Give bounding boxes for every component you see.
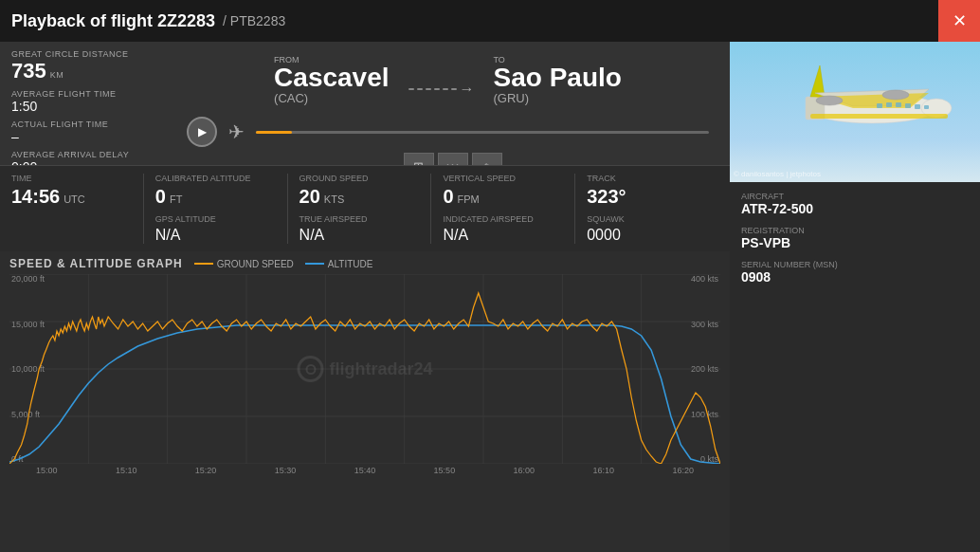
reg-value: PS-VPB [741,235,805,250]
true-as-label: TRUE AIRSPEED [299,214,420,224]
left-panel: GREAT CIRCLE DISTANCE 735 KM AVERAGE FLI… [0,42,730,552]
ground-speed-col: GROUND SPEED 20 KTS TRUE AIRSPEED N/A [288,174,432,244]
aircraft-value: ATR-72-500 [741,201,813,216]
time-value: 14:56 [11,186,60,208]
squawk-value: 0000 [587,227,707,244]
ground-speed-label: GROUND SPEED [299,174,420,183]
page-title: Playback of flight 2Z2283 [11,11,215,31]
avg-flight-label: AVERAGE FLIGHT TIME [11,89,177,99]
msn-col: SERIAL NUMBER (MSN) 0908 [741,260,838,285]
legend-altitude-line [305,263,324,265]
distance-value: 735 [11,59,46,83]
playback-controls: ▶ ✈ [177,117,718,147]
page-subtitle: / PTB2283 [223,13,285,28]
svg-point-20 [816,96,843,105]
indicated-as-label: INDICATED AIRSPEED [443,214,563,224]
registration-row: REGISTRATION PS-VPB [741,226,969,250]
distance-block: GREAT CIRCLE DISTANCE 735 KM [11,49,177,83]
time-col: TIME 14:56 UTC [11,174,144,244]
gps-alt-label: GPS ALTITUDE [155,214,276,224]
vert-speed-unit: FPM [458,193,480,205]
route-arrow: → [399,64,484,98]
x-axis: 15:00 15:10 15:20 15:30 15:40 15:50 16:0… [9,464,720,475]
svg-rect-23 [886,102,892,107]
gps-alt-value: N/A [155,227,276,244]
distance-label: GREAT CIRCLE DISTANCE [11,49,177,59]
actual-flight-label: ACTUAL FLIGHT TIME [11,120,177,129]
plane-photo: © danilosantos | jetphotos [730,42,980,182]
route-info: FROM Cascavel (CAC) → TO Sao Paulo [177,49,718,179]
svg-rect-26 [915,104,920,109]
msn-value: 0908 [741,269,838,285]
actual-flight-value: – [11,129,177,144]
from-city-block: FROM Cascavel (CAC) [274,55,389,105]
close-button[interactable]: ✕ [938,0,980,42]
avg-delay-label: AVERAGE ARRIVAL DELAY [11,150,177,159]
legend-speed-line [194,263,213,265]
vert-speed-label: VERTICAL SPEED [443,174,563,183]
right-panel: © danilosantos | jetphotos AIRCRAFT ATR-… [730,42,980,552]
distance-unit: KM [50,70,64,80]
progress-bar-fill [256,131,292,134]
telemetry-bar: TIME 14:56 UTC CALIBRATED ALTITUDE 0 FT … [0,165,730,251]
aircraft-label: AIRCRAFT [741,192,813,201]
avg-flight-value: 1:50 [11,99,177,114]
svg-rect-25 [905,103,911,108]
svg-rect-27 [924,105,929,109]
reg-label: REGISTRATION [741,226,805,235]
graph-wrapper: flightradar24 [9,274,720,464]
true-as-value: N/A [299,227,420,244]
ground-speed-value: 20 [299,186,320,208]
avg-flight-block: AVERAGE FLIGHT TIME 1:50 [11,89,177,114]
svg-rect-22 [877,103,882,108]
legend-speed-label: GROUND SPEED [217,259,294,269]
msn-row: SERIAL NUMBER (MSN) 0908 [741,260,969,285]
graph-title-row: SPEED & ALTITUDE GRAPH GROUND SPEED ALTI… [9,257,720,270]
track-col: TRACK 323° SQUAWK 0000 [575,174,718,244]
legend-altitude: ALTITUDE [305,259,373,269]
from-city-code: (CAC) [274,91,389,105]
graph-title: SPEED & ALTITUDE GRAPH [9,257,183,270]
to-city-code: (GRU) [494,91,622,105]
play-button[interactable]: ▶ [187,117,217,147]
msn-label: SERIAL NUMBER (MSN) [741,260,838,269]
cal-alt-unit: FT [170,193,182,205]
svg-point-21 [882,90,909,100]
time-label: TIME [11,174,132,183]
from-city-name: Cascavel [274,64,389,91]
actual-flight-block: ACTUAL FLIGHT TIME – [11,120,177,144]
squawk-label: SQUAWK [587,214,707,224]
info-bar: GREAT CIRCLE DISTANCE 735 KM AVERAGE FLI… [0,42,730,165]
graph-area: SPEED & ALTITUDE GRAPH GROUND SPEED ALTI… [0,251,730,552]
time-unit: UTC [64,193,85,205]
plane-image-svg [730,42,980,182]
photo-credit: © danilosantos | jetphotos [734,170,821,178]
cal-alt-label: CALIBRATED ALTITUDE [155,174,276,183]
aircraft-type-row: AIRCRAFT ATR-72-500 [741,192,969,216]
progress-bar[interactable] [256,131,709,134]
ground-speed-unit: KTS [324,193,344,205]
legend-altitude-label: ALTITUDE [328,259,373,269]
svg-rect-24 [896,102,901,107]
route-row: FROM Cascavel (CAC) → TO Sao Paulo [274,55,622,105]
header: Playback of flight 2Z2283 / PTB2283 ✕ [0,0,980,42]
cal-alt-col: CALIBRATED ALTITUDE 0 FT GPS ALTITUDE N/… [144,174,288,244]
svg-rect-28 [810,114,948,119]
plane-icon: ✈ [228,120,245,143]
graph-svg [9,274,720,464]
aircraft-col: AIRCRAFT ATR-72-500 [741,192,813,216]
vert-speed-value: 0 [443,186,453,208]
to-city-block: TO Sao Paulo (GRU) [494,55,622,105]
track-value: 323° [587,186,707,208]
legend-speed: GROUND SPEED [194,259,294,269]
aircraft-info: AIRCRAFT ATR-72-500 REGISTRATION PS-VPB … [730,182,980,294]
vert-speed-col: VERTICAL SPEED 0 FPM INDICATED AIRSPEED … [431,174,575,244]
indicated-as-value: N/A [443,227,563,244]
main-content: GREAT CIRCLE DISTANCE 735 KM AVERAGE FLI… [0,42,980,552]
reg-col: REGISTRATION PS-VPB [741,226,805,250]
cal-alt-value: 0 [155,186,166,208]
track-label: TRACK [587,174,707,183]
to-city-name: Sao Paulo [494,64,622,91]
graph-container: 20,000 ft 15,000 ft 10,000 ft 5,000 ft 0… [9,274,720,475]
